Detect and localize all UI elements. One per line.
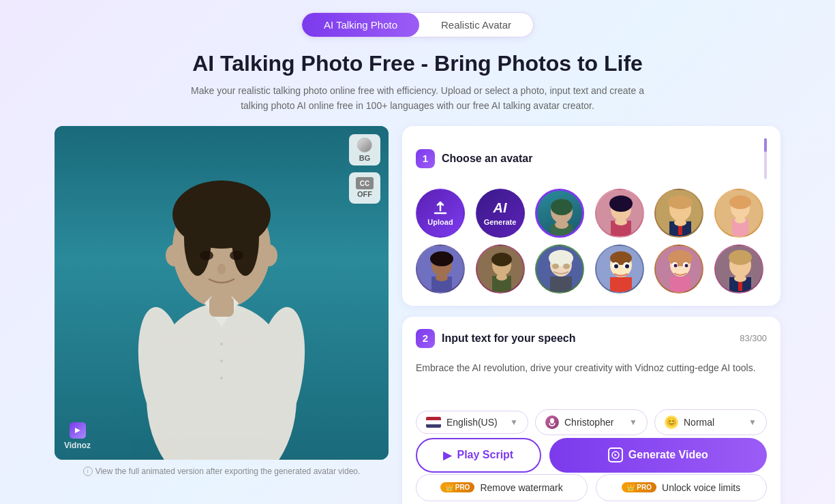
svg-point-9: [166, 245, 182, 266]
brand-name: Vidnoz: [64, 441, 91, 450]
svg-point-58: [614, 264, 618, 268]
svg-point-30: [674, 219, 686, 226]
svg-rect-55: [610, 277, 632, 294]
generate-video-button[interactable]: Generate Video: [549, 438, 767, 473]
avatar-item-7[interactable]: [535, 245, 584, 294]
crown-icon-1: 👑: [445, 484, 453, 491]
svg-point-10: [261, 245, 277, 266]
pro-badge-1: 👑 PRO: [440, 482, 475, 492]
voice-icon: [545, 415, 559, 429]
flag-icon: [426, 417, 441, 428]
svg-point-7: [230, 251, 243, 260]
svg-point-54: [610, 251, 632, 265]
cc-status: OFF: [357, 190, 372, 198]
avatar-grid: Upload AI Generate: [416, 189, 767, 294]
generate-video-icon: [608, 447, 623, 462]
tab-pill: AI Talking Photo Realistic Avatar: [301, 12, 534, 37]
svg-rect-63: [670, 277, 690, 294]
svg-point-14: [220, 360, 223, 362]
svg-point-15: [220, 377, 223, 379]
remove-watermark-button[interactable]: 👑 PRO Remove watermark: [416, 474, 588, 501]
caption-text: View the full animated version after exp…: [95, 467, 361, 476]
pro-badge-2: 👑 PRO: [622, 482, 656, 492]
svg-point-33: [729, 195, 751, 209]
avatar-item-8[interactable]: [595, 245, 644, 294]
svg-point-62: [668, 250, 693, 266]
svg-point-66: [674, 264, 678, 267]
avatar-item-10[interactable]: [714, 245, 763, 294]
person-silhouette: [106, 140, 337, 460]
svg-point-8: [217, 264, 226, 274]
svg-point-19: [555, 221, 568, 229]
play-icon: ▶: [443, 449, 451, 462]
avatar-item-6[interactable]: [476, 245, 525, 294]
char-count: 83/300: [740, 333, 767, 343]
bg-toggle-button[interactable]: BG: [349, 134, 380, 166]
pro-buttons: 👑 PRO Remove watermark 👑 PRO Unlock voic…: [416, 474, 767, 501]
svg-point-17: [551, 199, 573, 215]
controls-panel: 1 Choose an avatar Upload AI G: [402, 126, 780, 504]
step2-badge: 2: [416, 329, 435, 348]
emotion-value: Normal: [684, 417, 714, 428]
vidnoz-logo: Vidnoz: [64, 422, 91, 450]
avatar-section: 1 Choose an avatar Upload AI G: [402, 126, 780, 306]
tab-realistic-avatar[interactable]: Realistic Avatar: [419, 13, 533, 37]
svg-rect-5: [209, 296, 234, 317]
svg-point-48: [549, 250, 573, 266]
cc-toggle-button[interactable]: CC OFF: [349, 172, 380, 204]
generate-label: Generate Video: [628, 449, 708, 461]
photo-person: [55, 126, 389, 460]
svg-point-59: [625, 264, 629, 268]
language-value: English(US): [446, 417, 498, 428]
crown-icon-2: 👑: [626, 484, 635, 491]
photo-caption: i View the full animated version after e…: [55, 467, 389, 476]
pro-label-2: PRO: [637, 484, 652, 491]
step1-title: Choose an avatar: [442, 153, 532, 165]
svg-point-73: [734, 275, 746, 282]
svg-point-51: [563, 264, 570, 269]
avatar-generate-button[interactable]: AI Generate: [476, 189, 525, 238]
page-subtitle: Make your realistic talking photo online…: [186, 83, 650, 114]
tab-bar: AI Talking Photo Realistic Avatar: [0, 0, 835, 44]
avatar-item-3[interactable]: [654, 189, 703, 238]
voice-dropdown[interactable]: Christopher ▼: [535, 409, 648, 435]
svg-point-40: [436, 274, 448, 281]
svg-point-35: [735, 217, 746, 223]
photo-panel: BG CC OFF Vidnoz i View the full animate…: [55, 126, 389, 476]
speech-text[interactable]: Embrace the AI revolution, drive your cr…: [416, 358, 767, 398]
language-dropdown[interactable]: English(US) ▼: [416, 411, 528, 434]
emotion-dropdown[interactable]: 😊 Normal ▼: [654, 409, 767, 435]
remove-watermark-label: Remove watermark: [480, 482, 562, 493]
play-label: Play Script: [457, 449, 513, 461]
language-arrow-icon: ▼: [510, 418, 518, 427]
avatar-item-9[interactable]: [654, 245, 703, 294]
photo-container: BG CC OFF Vidnoz: [55, 126, 389, 460]
cc-icon: CC: [356, 177, 374, 189]
svg-point-67: [685, 264, 688, 267]
step1-header: 1 Choose an avatar: [416, 138, 767, 179]
action-buttons: ▶ Play Script Generate Video: [416, 438, 767, 473]
play-script-button[interactable]: ▶ Play Script: [416, 438, 541, 473]
emotion-icon: 😊: [665, 415, 678, 429]
voice-arrow-icon: ▼: [629, 418, 637, 427]
main-content: BG CC OFF Vidnoz i View the full animate…: [0, 126, 835, 504]
unlock-voice-button[interactable]: 👑 PRO Unlock voice limits: [596, 474, 768, 501]
speech-section: 2 Input text for your speech 83/300 Embr…: [402, 317, 780, 504]
step2-header: 2 Input text for your speech 83/300: [416, 329, 767, 348]
step1-badge: 1: [416, 149, 435, 168]
step2-title: Input text for your speech: [442, 332, 575, 345]
voice-controls: English(US) ▼ Christopher ▼: [416, 409, 767, 435]
avatar-item-2[interactable]: [595, 189, 644, 238]
avatar-item-4[interactable]: [714, 189, 763, 238]
svg-point-74: [550, 418, 554, 424]
tab-ai-talking-photo[interactable]: AI Talking Photo: [302, 13, 419, 37]
avatar-upload-button[interactable]: Upload: [416, 189, 465, 238]
svg-point-50: [552, 264, 559, 269]
svg-point-70: [729, 250, 752, 265]
svg-rect-49: [550, 277, 572, 294]
avatar-item-5[interactable]: [416, 245, 465, 294]
unlock-voice-label: Unlock voice limits: [662, 482, 740, 493]
svg-point-22: [609, 195, 633, 212]
svg-point-43: [491, 253, 512, 266]
avatar-item-1[interactable]: [535, 189, 584, 238]
